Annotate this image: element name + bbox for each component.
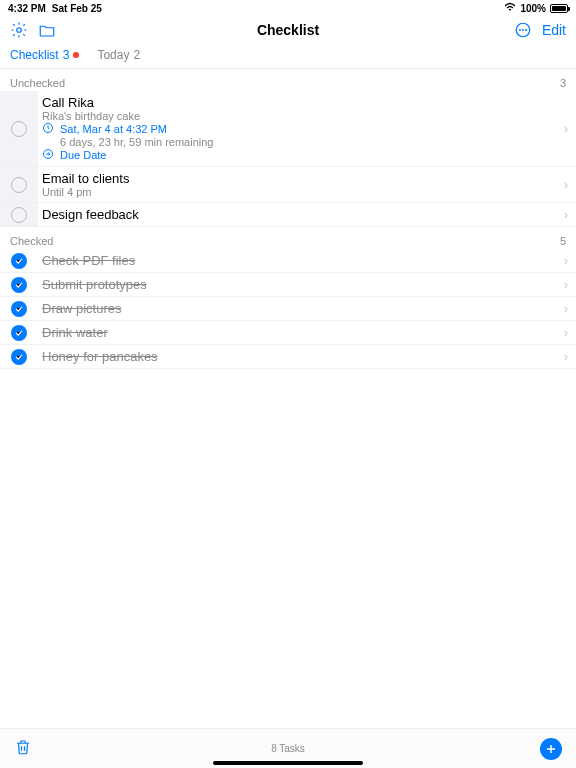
task-row[interactable]: Draw pictures › [0,297,576,321]
add-button[interactable] [540,738,562,760]
task-title: Call Rika [42,95,558,110]
settings-button[interactable] [10,21,28,39]
task-title: Design feedback [42,207,558,222]
status-date: Sat Feb 25 [52,3,102,14]
checkbox-checked[interactable] [11,301,27,317]
more-button[interactable] [514,21,532,39]
task-row[interactable]: Check PDF files › [0,249,576,273]
task-count: 8 Tasks [0,743,576,754]
battery-icon [550,4,568,13]
task-row[interactable]: Drink water › [0,321,576,345]
status-time: 4:32 PM [8,3,46,14]
checkbox-checked[interactable] [11,325,27,341]
chevron-right-icon: › [564,278,576,292]
task-subtitle: Rika's birthday cake [42,110,558,122]
checkbox-checked[interactable] [11,277,27,293]
arrow-icon [42,148,54,162]
chevron-right-icon: › [564,208,576,222]
tab-checklist-count: 3 [63,48,70,62]
unread-dot [73,52,79,58]
clock-icon [42,122,54,136]
task-row[interactable]: Submit prototypes › [0,273,576,297]
svg-point-0 [17,28,22,33]
chevron-right-icon: › [564,254,576,268]
checkbox-checked[interactable] [11,349,27,365]
task-row[interactable]: Honey for pancakes › [0,345,576,369]
section-unchecked-count: 3 [560,77,566,89]
status-bar: 4:32 PM Sat Feb 25 100% [0,0,576,16]
tab-checklist[interactable]: Checklist 3 [10,48,79,62]
tab-checklist-label: Checklist [10,48,59,62]
tab-today[interactable]: Today 2 [97,48,140,62]
chevron-right-icon: › [564,350,576,364]
svg-point-3 [523,30,524,31]
page-title: Checklist [0,22,576,38]
edit-button[interactable]: Edit [542,22,566,38]
task-row[interactable]: Call Rika Rika's birthday cake Sat, Mar … [0,91,576,167]
section-checked-count: 5 [560,235,566,247]
tab-today-label: Today [97,48,129,62]
task-remaining: 6 days, 23 hr, 59 min remaining [42,136,558,148]
task-subtitle: Until 4 pm [42,186,558,198]
checkbox-unchecked[interactable] [11,207,27,223]
trash-button[interactable] [14,738,32,760]
task-title: Submit prototypes [42,277,558,292]
chevron-right-icon: › [564,122,576,136]
chevron-right-icon: › [564,326,576,340]
task-duedate: Due Date [60,149,106,161]
chevron-right-icon: › [564,302,576,316]
task-title: Email to clients [42,171,558,186]
checkbox-unchecked[interactable] [11,177,27,193]
checkbox-checked[interactable] [11,253,27,269]
svg-point-2 [520,30,521,31]
checkbox-unchecked[interactable] [11,121,27,137]
svg-point-4 [526,30,527,31]
section-header-checked: Checked 5 [0,227,576,249]
battery-percent: 100% [520,3,546,14]
tab-today-count: 2 [133,48,140,62]
task-row[interactable]: Email to clients Until 4 pm › [0,167,576,203]
segment-bar: Checklist 3 Today 2 [0,44,576,69]
task-title: Honey for pancakes [42,349,558,364]
section-header-unchecked: Unchecked 3 [0,69,576,91]
section-checked-title: Checked [10,235,53,247]
chevron-right-icon: › [564,178,576,192]
wifi-icon [504,2,516,14]
folder-button[interactable] [38,21,56,39]
task-schedule: Sat, Mar 4 at 4:32 PM [60,123,167,135]
bottom-bar: 8 Tasks [0,728,576,768]
nav-bar: Checklist Edit [0,16,576,44]
home-indicator [213,761,363,765]
task-title: Check PDF files [42,253,558,268]
task-row[interactable]: Design feedback › [0,203,576,227]
section-unchecked-title: Unchecked [10,77,65,89]
task-title: Drink water [42,325,558,340]
task-title: Draw pictures [42,301,558,316]
